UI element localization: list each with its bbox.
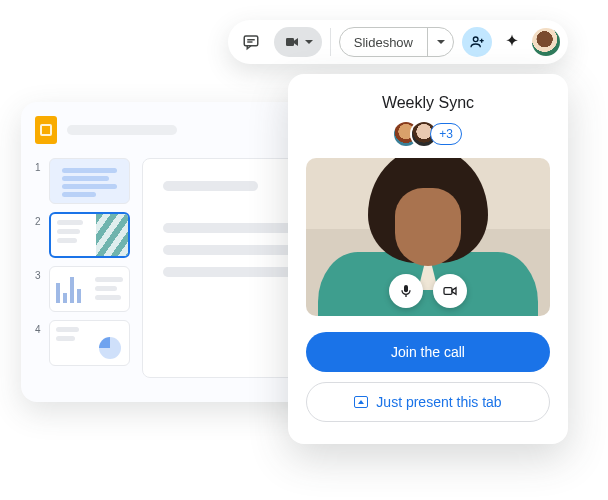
sparkle-icon [503,33,521,51]
slide-body-placeholder [163,223,293,233]
thumb-number: 2 [35,212,43,227]
svg-rect-6 [444,288,452,295]
slide-body-placeholder [163,245,293,255]
document-title-placeholder[interactable] [67,125,177,135]
slideshow-split-button: Slideshow [339,27,454,57]
svg-rect-5 [404,285,408,292]
microphone-icon [398,283,414,299]
present-tab-label: Just present this tab [376,394,501,410]
person-add-icon [469,34,485,50]
present-tab-button[interactable]: Just present this tab [306,382,550,422]
slide-thumb-3[interactable] [49,266,130,312]
slides-logo-icon [35,116,57,144]
image-placeholder-icon [96,214,128,256]
svg-rect-0 [244,36,258,46]
toolbar-separator [330,28,331,56]
chat-icon [242,33,260,51]
more-participants-chip[interactable]: +3 [430,123,462,145]
comments-button[interactable] [236,27,266,57]
gemini-button[interactable] [500,33,524,51]
caret-down-icon [304,37,314,47]
video-icon [442,283,458,299]
thumb-number: 1 [35,158,43,173]
video-icon [284,34,300,50]
bar-chart-icon [56,277,81,303]
top-toolbar: Slideshow [228,20,568,64]
meet-panel: Weekly Sync +3 Join the call [288,74,568,444]
slide-title-placeholder [163,181,258,191]
pie-chart-icon [99,337,121,359]
toggle-camera-button[interactable] [433,274,467,308]
participant-avatars: +3 [394,122,462,146]
toggle-mic-button[interactable] [389,274,423,308]
slide-thumb-4[interactable] [49,320,130,366]
slideshow-menu-button[interactable] [427,28,453,56]
thumbnail-strip: 1 2 3 [35,158,130,378]
self-video-preview [306,158,550,316]
join-call-button[interactable]: Join the call [306,332,550,372]
svg-rect-3 [286,38,294,46]
account-avatar[interactable] [532,28,560,56]
slideshow-button[interactable]: Slideshow [340,35,427,50]
meeting-title: Weekly Sync [382,94,474,112]
svg-point-4 [473,37,478,42]
share-button[interactable] [462,27,492,57]
slide-body-placeholder [163,267,293,277]
thumb-number: 4 [35,320,43,335]
caret-down-icon [436,37,446,47]
slide-thumb-1[interactable] [49,158,130,204]
meet-chip[interactable] [274,27,322,57]
slide-thumb-2[interactable] [49,212,130,258]
thumb-number: 3 [35,266,43,281]
present-icon [354,396,368,408]
